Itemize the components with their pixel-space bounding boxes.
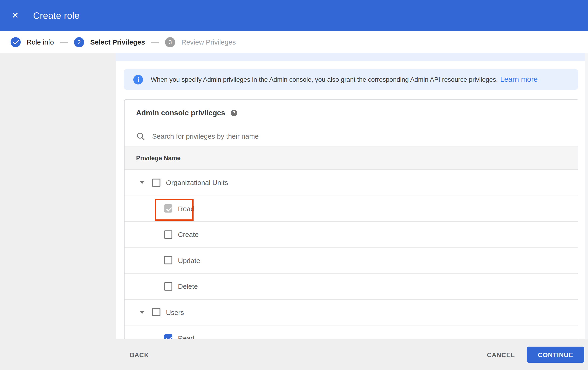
close-icon[interactable]: ✕ bbox=[10, 10, 21, 21]
card-title-row: Admin console privileges ? bbox=[125, 100, 578, 126]
info-icon: i bbox=[133, 75, 143, 84]
privilege-row-update: Update bbox=[125, 248, 578, 274]
privilege-row-organizational-units: Organizational Units bbox=[125, 170, 578, 196]
read-checkbox[interactable] bbox=[164, 334, 172, 340]
privilege-label: Users bbox=[166, 309, 184, 316]
privilege-label: Create bbox=[178, 231, 199, 239]
table-header: Privilege Name bbox=[125, 146, 578, 170]
page-title: Create role bbox=[33, 10, 80, 21]
users-checkbox[interactable] bbox=[152, 308, 160, 317]
scroll-content: i When you specify Admin privileges in t… bbox=[116, 53, 588, 339]
create-role-dialog: ✕ Create role Role info2Select Privilege… bbox=[0, 0, 588, 370]
privilege-label: Organizational Units bbox=[166, 179, 228, 187]
learn-more-link[interactable]: Learn more bbox=[500, 75, 538, 84]
info-banner: i When you specify Admin privileges in t… bbox=[124, 69, 578, 90]
dialog-body: i When you specify Admin privileges in t… bbox=[0, 53, 588, 339]
search-icon bbox=[136, 132, 145, 140]
cancel-button[interactable]: CANCEL bbox=[482, 347, 519, 362]
back-button[interactable]: BACK bbox=[125, 347, 154, 362]
card-title: Admin console privileges bbox=[136, 109, 225, 117]
privilege-label: Update bbox=[178, 257, 200, 264]
delete-checkbox[interactable] bbox=[164, 282, 172, 290]
column-header-privilege-name: Privilege Name bbox=[136, 154, 181, 161]
step-number: 2 bbox=[74, 37, 84, 47]
scrolled-element-edge bbox=[116, 53, 585, 61]
banner-text: When you specify Admin privileges in the… bbox=[151, 76, 498, 83]
privilege-label: Delete bbox=[178, 282, 198, 290]
update-checkbox[interactable] bbox=[164, 256, 172, 265]
stepper-step-review-privileges[interactable]: 3Review Privileges bbox=[165, 37, 236, 47]
continue-button[interactable]: CONTINUE bbox=[527, 347, 584, 363]
privilege-row-users: Users bbox=[125, 300, 578, 325]
privilege-row-create: Create bbox=[125, 222, 578, 248]
step-label: Select Privileges bbox=[90, 38, 145, 46]
expand-arrow-icon[interactable] bbox=[140, 181, 144, 184]
left-gray-panel bbox=[0, 53, 116, 339]
expand-arrow-icon[interactable] bbox=[140, 311, 144, 314]
vertical-scrollbar[interactable] bbox=[585, 53, 588, 339]
help-icon[interactable]: ? bbox=[231, 110, 237, 116]
create-checkbox[interactable] bbox=[164, 230, 172, 239]
privilege-rows: Organizational UnitsReadCreateUpdateDele… bbox=[125, 170, 578, 339]
app-bar: ✕ Create role bbox=[0, 0, 588, 31]
privilege-row-read: Read bbox=[125, 325, 578, 339]
privilege-search-row bbox=[125, 126, 578, 146]
step-label: Review Privileges bbox=[181, 38, 236, 46]
privilege-row-read: Read bbox=[125, 196, 578, 222]
stepper-step-select-privileges[interactable]: 2Select Privileges bbox=[74, 37, 145, 47]
step-separator bbox=[60, 41, 68, 42]
step-check-icon bbox=[10, 37, 21, 47]
step-number: 3 bbox=[165, 37, 175, 47]
step-separator bbox=[151, 41, 159, 42]
privilege-label: Read bbox=[178, 205, 194, 212]
privilege-label: Read bbox=[178, 334, 194, 340]
admin-privileges-card: Admin console privileges ? Privilege Nam… bbox=[124, 99, 578, 339]
search-input[interactable] bbox=[151, 132, 429, 140]
stepper-step-role-info[interactable]: Role info bbox=[10, 37, 54, 47]
organizational-units-checkbox[interactable] bbox=[152, 179, 160, 187]
step-label: Role info bbox=[27, 38, 54, 46]
wizard-stepper: Role info2Select Privileges3Review Privi… bbox=[0, 31, 588, 53]
footer-bar: BACK CANCEL CONTINUE bbox=[0, 339, 588, 370]
read-checkbox[interactable] bbox=[164, 204, 172, 213]
privilege-row-delete: Delete bbox=[125, 274, 578, 300]
